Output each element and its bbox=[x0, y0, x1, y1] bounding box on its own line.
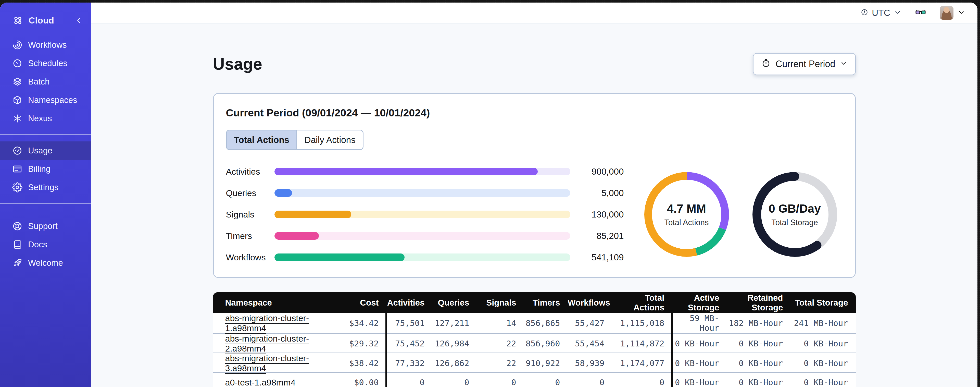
total-actions-cell: 1,114,872 bbox=[612, 339, 672, 349]
nexus-icon bbox=[12, 114, 22, 123]
sidebar-item-settings[interactable]: Settings bbox=[0, 178, 91, 197]
usage-icon bbox=[12, 146, 22, 156]
namespace-link[interactable]: abs-migration-cluster-2.a98mm4 bbox=[225, 334, 309, 353]
bar-row-activities: Activities900,000 bbox=[226, 166, 624, 177]
sidebar-nav-main: WorkflowsSchedulesBatchNamespacesNexus bbox=[0, 36, 91, 128]
table-body: abs-migration-cluster-1.a98mm4$34.4275,5… bbox=[213, 313, 856, 387]
total-storage-cell: 0 KB-Hour bbox=[791, 358, 856, 368]
cost-cell: $34.42 bbox=[340, 318, 387, 328]
signals-cell: 22 bbox=[477, 358, 524, 368]
namespace-link[interactable]: abs-migration-cluster-1.a98mm4 bbox=[225, 313, 309, 333]
retained-storage-cell: 0 KB-Hour bbox=[727, 339, 791, 349]
queries-cell: 0 bbox=[432, 377, 477, 387]
cost-cell: $0.00 bbox=[340, 377, 387, 387]
queries-cell: 126,984 bbox=[432, 339, 477, 349]
chevron-down-icon bbox=[958, 8, 965, 17]
sidebar-item-support[interactable]: Support bbox=[0, 217, 91, 235]
bar-label: Timers bbox=[226, 231, 267, 241]
donut-total-storage: 0 GB/DayTotal Storage bbox=[752, 171, 838, 257]
sidebar-item-label: Settings bbox=[28, 182, 59, 192]
signals-cell: 14 bbox=[477, 318, 524, 328]
sidebar-item-workflows[interactable]: Workflows bbox=[0, 36, 91, 54]
actions-bar-chart: Activities900,000Queries5,000Signals130,… bbox=[226, 166, 624, 262]
sidebar-item-namespaces[interactable]: Namespaces bbox=[0, 91, 91, 109]
sidebar: Cloud WorkflowsSchedulesBatchNamespacesN… bbox=[0, 3, 91, 387]
column-header-retained-storage: Retained Storage bbox=[727, 293, 791, 312]
signals-cell: 0 bbox=[477, 377, 524, 387]
table-row: a0-test-1.a98mm4$0.000000000 KB-Hour0 KB… bbox=[213, 372, 856, 387]
bar-row-timers: Timers85,201 bbox=[226, 231, 624, 241]
namespaces-icon bbox=[12, 95, 22, 105]
timezone-selector[interactable]: UTC bbox=[861, 8, 901, 18]
sidebar-divider bbox=[0, 203, 91, 204]
bar-value: 5,000 bbox=[578, 188, 624, 198]
bar-row-signals: Signals130,000 bbox=[226, 209, 624, 219]
sidebar-item-label: Welcome bbox=[28, 258, 63, 268]
total-actions-cell: 0 bbox=[612, 377, 672, 387]
column-header-namespace: Namespace bbox=[213, 298, 340, 308]
bar-label: Workflows bbox=[226, 253, 267, 262]
sidebar-brand: Cloud bbox=[0, 12, 91, 29]
bar-value: 130,000 bbox=[578, 209, 624, 219]
sidebar-item-label: Billing bbox=[28, 164, 51, 174]
column-header-timers: Timers bbox=[524, 298, 568, 308]
activities-cell: 77,332 bbox=[387, 358, 432, 368]
namespace-cell[interactable]: abs-migration-cluster-2.a98mm4 bbox=[213, 334, 340, 353]
column-header-total-actions: Total Actions bbox=[612, 293, 672, 312]
cost-cell: $29.32 bbox=[340, 339, 387, 349]
schedules-icon bbox=[12, 58, 22, 69]
sidebar-item-label: Batch bbox=[28, 77, 49, 86]
total-storage-cell: 0 KB-Hour bbox=[791, 377, 856, 387]
sidebar-nav-footer: SupportDocsWelcome bbox=[0, 217, 91, 272]
workflows-cell: 58,939 bbox=[568, 358, 612, 368]
bar-track bbox=[274, 253, 570, 261]
sidebar-nav-account: UsageBillingSettings bbox=[0, 141, 91, 197]
sidebar-item-batch[interactable]: Batch bbox=[0, 72, 91, 91]
topbar: UTC bbox=[91, 3, 977, 24]
namespace-cell[interactable]: abs-migration-cluster-3.a98mm4 bbox=[213, 353, 340, 373]
namespace-cell[interactable]: a0-test-1.a98mm4 bbox=[213, 377, 340, 387]
donut-value: 0 GB/Day bbox=[768, 201, 821, 216]
sidebar-item-docs[interactable]: Docs bbox=[0, 235, 91, 254]
namespace-link[interactable]: abs-migration-cluster-3.a98mm4 bbox=[225, 353, 309, 373]
content: Usage Current Period Current Period (09/… bbox=[91, 24, 977, 387]
bar-fill bbox=[274, 232, 319, 240]
sidebar-item-usage[interactable]: Usage bbox=[0, 141, 91, 160]
account-menu[interactable] bbox=[940, 6, 965, 20]
sidebar-item-label: Schedules bbox=[28, 58, 67, 68]
namespace-cell[interactable]: abs-migration-cluster-1.a98mm4 bbox=[213, 313, 340, 333]
table-row: abs-migration-cluster-3.a98mm4$38.4277,3… bbox=[213, 353, 856, 372]
sidebar-item-label: Namespaces bbox=[28, 95, 77, 105]
namespace-link[interactable]: a0-test-1.a98mm4 bbox=[225, 377, 296, 387]
chevron-down-icon bbox=[894, 8, 901, 17]
bar-track bbox=[274, 211, 570, 218]
sidebar-item-schedules[interactable]: Schedules bbox=[0, 54, 91, 72]
timers-cell: 0 bbox=[524, 377, 568, 387]
sidebar-item-nexus[interactable]: Nexus bbox=[0, 109, 91, 128]
workflows-cell: 0 bbox=[568, 377, 612, 387]
total-actions-cell: 1,174,077 bbox=[612, 358, 672, 368]
table-divider bbox=[671, 313, 673, 387]
bar-value: 900,000 bbox=[578, 166, 624, 177]
tab-total-actions[interactable]: Total Actions bbox=[227, 130, 297, 149]
sidebar-item-welcome[interactable]: Welcome bbox=[0, 254, 91, 272]
bar-track bbox=[274, 189, 570, 197]
queries-cell: 127,211 bbox=[432, 318, 477, 328]
settings-icon bbox=[12, 182, 22, 192]
labs-glasses-button[interactable] bbox=[915, 6, 926, 19]
column-header-active-storage: Active Storage bbox=[672, 293, 727, 312]
table-row: abs-migration-cluster-1.a98mm4$34.4275,5… bbox=[213, 313, 856, 333]
donut-total-actions: 4.7 MMTotal Actions bbox=[644, 171, 730, 257]
page-head: Usage Current Period bbox=[213, 50, 856, 78]
timers-cell: 910,922 bbox=[524, 358, 568, 368]
sidebar-item-billing[interactable]: Billing bbox=[0, 160, 91, 178]
timers-cell: 856,960 bbox=[524, 339, 568, 349]
sidebar-collapse-button[interactable] bbox=[74, 16, 83, 25]
donut-label: Total Actions bbox=[664, 218, 709, 227]
app-window: Cloud WorkflowsSchedulesBatchNamespacesN… bbox=[0, 3, 977, 387]
column-header-total-storage: Total Storage bbox=[791, 298, 856, 308]
period-card-title: Current Period (09/01/2024 — 10/01/2024) bbox=[226, 107, 843, 119]
tab-daily-actions[interactable]: Daily Actions bbox=[296, 130, 363, 149]
avatar[interactable] bbox=[940, 6, 953, 20]
period-selector-button[interactable]: Current Period bbox=[753, 53, 856, 75]
